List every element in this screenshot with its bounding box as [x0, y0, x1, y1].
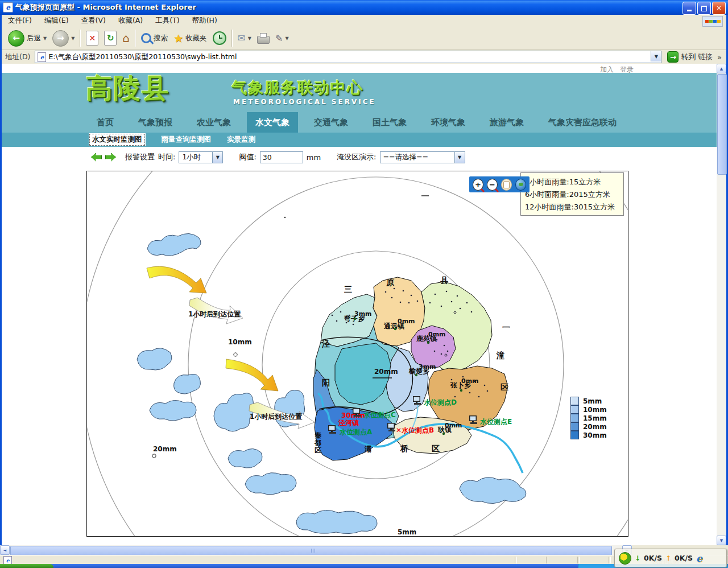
subnav-live-view[interactable]: 实景监测 [227, 135, 255, 145]
mail-button[interactable]: ✉▼ [235, 28, 254, 48]
subnav-rain-query[interactable]: 雨量查询监测图 [162, 135, 212, 145]
history-button[interactable] [210, 28, 229, 48]
print-button[interactable] [254, 28, 272, 48]
scroll-left-button[interactable]: ◄ [0, 545, 10, 555]
scroll-down-button[interactable]: ▼ [717, 536, 726, 545]
menu-file[interactable]: 文件(F) [2, 16, 38, 26]
menu-edit[interactable]: 编辑(E) [38, 16, 75, 26]
menu-bar: 文件(F) 编辑(E) 查看(V) 收藏(A) 工具(T) 帮助(H) [2, 15, 726, 27]
subnav-realtime-monitor[interactable]: 水文实时监测图 [89, 133, 146, 146]
search-label: 搜索 [154, 34, 168, 43]
links-more-icon[interactable]: » [717, 53, 722, 61]
svg-text:阳: 阳 [322, 378, 330, 387]
chevron-down-icon[interactable]: ▼ [212, 152, 222, 163]
nav-home[interactable]: 首页 [88, 112, 122, 133]
stop-icon: ✕ [86, 31, 98, 46]
nav-traffic[interactable]: 交通气象 [305, 112, 357, 133]
home-button[interactable]: ⌂ [119, 28, 133, 48]
nav-hydrology[interactable]: 水文气象 [247, 112, 298, 133]
station-computer-icon[interactable] [353, 408, 361, 417]
legend-swatch [570, 397, 579, 405]
next-arrow-button[interactable] [105, 153, 116, 162]
scroll-up-button[interactable]: ▲ [717, 64, 726, 73]
svg-text:区: 区 [432, 444, 440, 453]
horizontal-scroll-thumb[interactable] [10, 546, 612, 555]
site-logo-subtitle: METEOROLOGICAL SERVICE [233, 98, 376, 106]
browser-toolbar: ← 后退 ▼ → ▼ ✕ ↻ ⌂ 搜索 ★ 收藏夹 ✉▼ ✎▼ [2, 27, 726, 50]
flood-demo-select[interactable]: ==请选择== ▼ [380, 151, 465, 163]
favorites-label: 收藏夹 [185, 34, 207, 43]
zoom-in-icon[interactable]: + [473, 179, 483, 191]
window-title: 气象预报页面原型 - Microsoft Internet Explorer [15, 2, 196, 13]
region-value: 0mm [398, 318, 415, 325]
site-header: 高陵县 气象服务联动中心 METEOROLOGICAL SERVICE [2, 73, 717, 112]
time-label: 时间: [158, 152, 175, 162]
zoom-out-icon[interactable]: − [487, 179, 498, 191]
nav-land[interactable]: 国土气象 [364, 112, 415, 133]
station-label-e[interactable]: 水位测点E [479, 418, 512, 426]
search-button[interactable]: 搜索 [138, 28, 171, 48]
download-arrow-icon: ↓ [635, 554, 640, 562]
pan-hand-icon[interactable] [501, 179, 512, 191]
back-button[interactable]: ← 后退 ▼ [5, 28, 49, 48]
nav-weather-forecast[interactable]: 气象预报 [130, 112, 181, 133]
station-computer-icon[interactable] [328, 425, 336, 434]
refresh-button[interactable]: ↻ [101, 28, 119, 48]
network-monitor-widget[interactable]: ↓ 0K/S ↑ 0K/S e [614, 549, 727, 567]
toolbar-separator [80, 30, 81, 47]
stop-button[interactable]: ✕ [83, 28, 101, 48]
nav-tourism[interactable]: 旅游气象 [481, 112, 532, 133]
mail-icon: ✉ [238, 32, 246, 44]
chevron-down-icon[interactable]: ▼ [454, 152, 465, 163]
close-button[interactable]: ✕ [712, 2, 726, 15]
station-computer-icon[interactable] [469, 415, 477, 424]
ie-app-icon: e [3, 2, 13, 13]
favorites-button[interactable]: ★ 收藏夹 [171, 28, 210, 48]
upload-arrow-icon: ↑ [665, 554, 671, 562]
go-button[interactable]: → 转到 [667, 51, 696, 63]
threshold-input[interactable]: 30 [260, 151, 303, 163]
svg-text:区: 区 [315, 446, 321, 454]
address-dropdown-icon[interactable]: ▼ [651, 51, 661, 61]
nav-agriculture[interactable]: 农业气象 [188, 112, 239, 133]
nav-environment[interactable]: 环境气象 [423, 112, 474, 133]
ring-20mm-label: 20mm [153, 445, 177, 453]
prev-arrow-button[interactable] [91, 153, 102, 162]
menu-help[interactable]: 帮助(H) [186, 16, 224, 26]
map-container: 1小时后到达位置 1小时后到达位置 [86, 171, 628, 537]
forward-dropdown-icon[interactable]: ▼ [71, 36, 75, 41]
nav-disaster-emergency[interactable]: 气象灾害应急联动 [540, 112, 625, 133]
start-button[interactable] [0, 564, 53, 568]
region-name-alert: 泾河镇 [338, 419, 359, 427]
svg-text:潼: 潼 [496, 351, 504, 360]
address-input[interactable]: e E:\气象台\原型20110530\原型20110530\swyb-list… [35, 51, 661, 63]
station-label-d[interactable]: 水位测点D [423, 398, 457, 406]
station-label-c[interactable]: 水位测点C [363, 411, 396, 419]
station-computer-icon[interactable] [413, 396, 421, 405]
minimize-button[interactable] [682, 2, 696, 15]
station-label-b[interactable]: 水位测点B [401, 426, 434, 434]
cloud-movement-arrows [147, 266, 278, 391]
address-bar: 地址(D) e E:\气象台\原型20110530\原型20110530\swy… [2, 50, 726, 64]
window-titlebar: e 气象预报页面原型 - Microsoft Internet Explorer… [0, 0, 728, 15]
address-label: 地址(D) [2, 52, 35, 62]
map-canvas[interactable]: 1小时后到达位置 1小时后到达位置 [87, 171, 628, 536]
globe-icon[interactable] [515, 179, 526, 191]
links-label[interactable]: 链接 [698, 52, 713, 62]
vertical-scrollbar[interactable]: ▲ ▼ [717, 64, 726, 545]
threshold-value: 30 [263, 153, 272, 162]
menu-tools[interactable]: 工具(T) [149, 16, 185, 26]
forward-button[interactable]: → ▼ [49, 28, 77, 48]
legend-label: 10mm [583, 406, 607, 414]
back-dropdown-icon[interactable]: ▼ [43, 36, 47, 41]
menu-view[interactable]: 查看(V) [75, 16, 112, 26]
restore-button[interactable] [697, 2, 711, 15]
horizontal-scrollbar[interactable]: ◄ ► [0, 545, 632, 555]
refresh-icon: ↻ [104, 31, 117, 46]
edit-button[interactable]: ✎▼ [272, 28, 292, 48]
station-computer-icon[interactable] [387, 423, 395, 431]
menu-favorites[interactable]: 收藏(A) [112, 16, 149, 26]
vertical-scroll-thumb[interactable] [717, 74, 727, 175]
time-select[interactable]: 1小时 ▼ [179, 151, 223, 163]
station-label-a[interactable]: 水位测点A [339, 428, 373, 436]
